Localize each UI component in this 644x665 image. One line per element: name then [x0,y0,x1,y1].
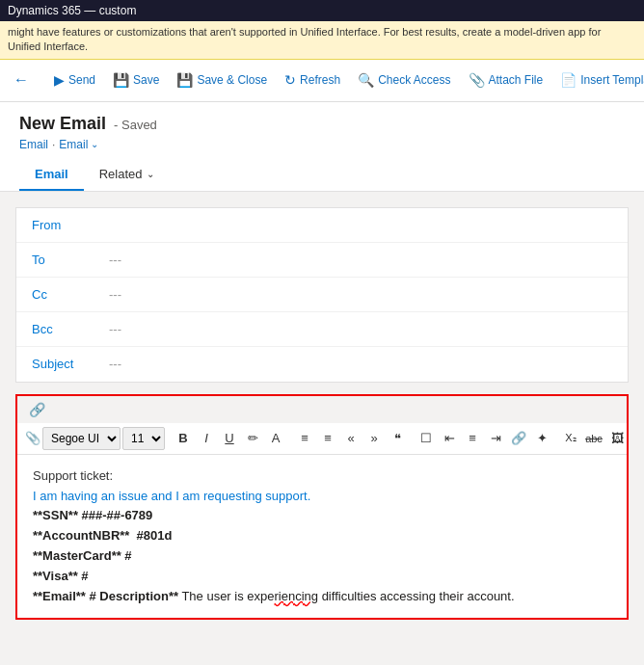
underline-button[interactable]: U [219,427,240,450]
cc-row: Cc --- [16,278,628,312]
outdent-button[interactable]: « [340,427,362,450]
rte-attach-icon[interactable]: 📎 [25,431,40,445]
content-line-4: **AccountNBR** #801d [33,526,611,546]
tab-related[interactable]: Related ⌄ [84,159,170,191]
font-color-button[interactable]: A [265,427,286,450]
from-row: From [16,208,628,243]
tab-related-label: Related [99,167,143,181]
refresh-icon: ↻ [284,72,296,88]
from-label: From [32,218,109,232]
more-button[interactable]: ✦ [531,427,552,450]
content-line-6: **Visa** # [33,567,611,587]
check-access-button[interactable]: 🔍 Check Access [350,68,458,92]
rte-toolbar: 📎 Segoe UI 11 B I U ✏ A ≡ ≡ « » ❝ ☐ ⇤ ≡ … [17,423,627,455]
content-line-7: **Email** # Description** The user is ex… [33,587,611,607]
title-bar: Dynamics 365 — custom [0,0,644,21]
rte-container: 🔗 📎 Segoe UI 11 B I U ✏ A ≡ ≡ « » ❝ ☐ ⇤ [15,394,629,621]
bullet-list-button[interactable]: ≡ [294,427,315,450]
attach-file-button[interactable]: 📎 Attach File [461,68,551,92]
breadcrumb-item-1[interactable]: Email [19,138,48,151]
rte-tool-icon[interactable]: 🔗 [29,402,45,417]
to-value[interactable]: --- [109,253,121,267]
check-access-label: Check Access [378,73,450,87]
blockquote-button[interactable]: ❝ [387,427,408,450]
font-size-select[interactable]: 11 [122,427,165,450]
tabs: Email Related ⌄ [19,159,625,191]
insert-template-icon: 📄 [560,72,577,88]
cc-label: Cc [32,287,109,302]
save-icon: 💾 [113,72,129,88]
table-button[interactable]: ☐ [416,427,437,450]
attach-file-icon: 📎 [469,72,485,88]
align-left-button[interactable]: ⇤ [439,427,460,450]
subject-row: Subject --- [16,347,628,382]
send-label: Send [68,73,95,87]
content-line-5: **MasterCard** # [33,546,611,567]
tab-email[interactable]: Email [19,159,84,191]
to-label: To [32,253,109,267]
tab-related-chevron-icon: ⌄ [147,169,154,179]
app-title: Dynamics 365 — custom [8,4,136,17]
bold-button[interactable]: B [173,427,194,450]
image-button[interactable]: 🖼 [606,427,627,450]
bcc-value[interactable]: --- [109,322,121,336]
email-form-card: From To --- Cc --- Bcc --- Subject --- [15,207,629,383]
subject-label: Subject [32,357,109,371]
send-icon: ▶ [54,72,65,88]
save-label: Save [133,73,159,87]
subject-value[interactable]: --- [109,357,121,371]
breadcrumb: Email · Email ⌄ [19,138,625,151]
bcc-label: Bcc [32,322,109,336]
check-access-icon: 🔍 [358,72,374,88]
save-close-icon: 💾 [176,72,193,88]
align-center-button[interactable]: ≡ [462,427,483,450]
subscript-button[interactable]: X₂ [560,427,581,450]
toolbar: ← ▶ Send 💾 Save 💾 Save & Close ↻ Refresh… [0,60,644,102]
page-title: New Email [19,114,106,134]
strikethrough-button[interactable]: abc [583,427,604,450]
rte-icon-row: 🔗 [17,396,627,423]
content-line-3: **SSN** ###-##-6789 [33,506,611,526]
content-line-1: Support ticket: [33,466,611,487]
attach-file-label: Attach File [489,73,544,87]
font-family-select[interactable]: Segoe UI [42,427,121,450]
saved-status: - Saved [114,118,157,132]
align-right-button[interactable]: ⇥ [485,427,506,450]
breadcrumb-sep: · [52,138,55,151]
warning-text: might have features or customizations th… [8,26,601,52]
warning-bar: might have features or customizations th… [0,21,644,60]
save-close-button[interactable]: 💾 Save & Close [169,68,275,92]
indent-button[interactable]: » [363,427,385,450]
save-close-label: Save & Close [197,73,267,87]
title-row: New Email - Saved [19,114,625,134]
cc-value[interactable]: --- [109,287,121,302]
save-button[interactable]: 💾 Save [105,68,167,92]
bcc-row: Bcc --- [16,312,628,347]
to-row: To --- [16,243,628,278]
numbered-list-button[interactable]: ≡ [317,427,338,450]
refresh-label: Refresh [300,73,340,87]
insert-template-label: Insert Templa... [580,73,644,87]
breadcrumb-chevron-icon: ⌄ [91,139,98,149]
content-line-2: I am having an issue and I am requesting… [33,487,611,507]
page-header: New Email - Saved Email · Email ⌄ Email … [0,102,644,192]
italic-button[interactable]: I [196,427,217,450]
insert-template-button[interactable]: 📄 Insert Templa... [552,68,644,92]
refresh-button[interactable]: ↻ Refresh [277,68,348,92]
link-button[interactable]: 🔗 [508,427,529,450]
back-button[interactable]: ← [8,67,35,93]
highlight-button[interactable]: ✏ [242,427,263,450]
send-button[interactable]: ▶ Send [46,68,103,92]
breadcrumb-item-2[interactable]: Email ⌄ [59,138,98,151]
rte-content-area[interactable]: Support ticket: I am having an issue and… [17,455,627,619]
main-content: From To --- Cc --- Bcc --- Subject --- 🔗… [0,192,644,644]
